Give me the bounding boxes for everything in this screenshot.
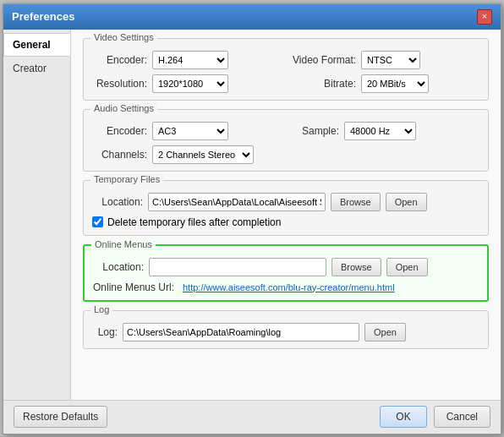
log-label: Log:: [92, 326, 118, 338]
log-input[interactable]: [123, 323, 359, 341]
audio-encoder-row: Encoder: AC3: [92, 122, 279, 140]
main-content: Video Settings Encoder: H.264 Resolution…: [71, 30, 501, 400]
restore-defaults-button[interactable]: Restore Defaults: [14, 406, 107, 428]
sample-select[interactable]: 48000 Hz: [344, 122, 416, 140]
temp-location-input[interactable]: [148, 193, 326, 211]
encoder-label: Encoder:: [92, 54, 147, 66]
temp-location-label: Location:: [92, 196, 143, 208]
channels-select[interactable]: 2 Channels Stereo: [152, 145, 254, 164]
video-settings-section: Video Settings Encoder: H.264 Resolution…: [83, 38, 489, 101]
temp-browse-button[interactable]: Browse: [331, 193, 381, 211]
online-location-label: Location:: [93, 261, 144, 273]
video-settings-title: Video Settings: [90, 32, 157, 42]
channels-row: Channels: 2 Channels Stereo: [92, 145, 279, 164]
audio-encoder-select[interactable]: AC3: [152, 122, 228, 140]
resolution-select[interactable]: 1920*1080: [152, 74, 228, 93]
delete-checkbox-row: Delete temporary files after completion: [92, 216, 479, 228]
audio-encoder-label: Encoder:: [92, 125, 147, 137]
bitrate-label: Bitrate:: [293, 78, 356, 90]
dialog-body: General Creator Video Settings Encoder: …: [3, 30, 501, 400]
audio-settings-left: Encoder: AC3 Channels: 2 Channels Stereo: [92, 122, 279, 164]
video-format-select[interactable]: NTSC: [361, 51, 420, 69]
online-open-button[interactable]: Open: [386, 258, 428, 276]
delete-checkbox[interactable]: [92, 216, 103, 227]
resolution-row: Resolution: 1920*1080: [92, 74, 279, 93]
online-menus-title: Online Menus: [91, 239, 156, 249]
audio-settings-right: Sample: 48000 Hz: [293, 122, 479, 164]
audio-settings-title: Audio Settings: [90, 103, 157, 113]
video-format-row: Video Format: NTSC: [293, 51, 479, 69]
dialog-title: Preferences: [12, 10, 74, 23]
online-url-link[interactable]: http://www.aiseesoft.com/blu-ray-creator…: [183, 282, 395, 292]
close-button[interactable]: ×: [477, 9, 492, 25]
log-title: Log: [90, 304, 112, 314]
online-browse-button[interactable]: Browse: [331, 258, 381, 276]
sample-label: Sample:: [293, 125, 339, 137]
temp-open-button[interactable]: Open: [386, 193, 427, 211]
audio-settings-section: Audio Settings Encoder: AC3 Channels:: [83, 109, 489, 172]
delete-checkbox-label: Delete temporary files after completion: [107, 216, 281, 228]
sidebar-item-creator[interactable]: Creator: [3, 57, 70, 80]
resolution-label: Resolution:: [92, 78, 147, 90]
temp-files-section: Temporary Files Location: Browse Open De…: [83, 180, 489, 236]
video-settings-right: Video Format: NTSC Bitrate: 20 MBit/s: [293, 51, 479, 93]
online-location-input[interactable]: [149, 258, 326, 276]
dialog-footer: Restore Defaults OK Cancel: [3, 400, 501, 434]
temp-files-title: Temporary Files: [90, 174, 163, 184]
bitrate-row: Bitrate: 20 MBit/s: [293, 74, 479, 93]
channels-label: Channels:: [92, 149, 147, 161]
sidebar-item-general[interactable]: General: [3, 33, 70, 57]
online-menus-section: Online Menus Location: Browse Open Onlin…: [83, 244, 489, 302]
bitrate-select[interactable]: 20 MBit/s: [361, 74, 429, 93]
footer-right: OK Cancel: [380, 406, 490, 428]
online-url-label: Online Menus Url:: [93, 281, 178, 293]
log-section: Log Log: Open: [83, 310, 489, 349]
log-open-button[interactable]: Open: [364, 323, 406, 341]
title-bar: Preferences ×: [3, 4, 501, 30]
sidebar: General Creator: [3, 30, 71, 400]
encoder-row: Encoder: H.264: [92, 51, 279, 69]
encoder-select[interactable]: H.264: [152, 51, 228, 69]
ok-button[interactable]: OK: [380, 406, 426, 428]
preferences-dialog: Preferences × General Creator Video Sett…: [3, 3, 501, 434]
sample-row: Sample: 48000 Hz: [293, 122, 479, 140]
online-url-row: Online Menus Url: http://www.aiseesoft.c…: [93, 281, 479, 293]
log-row: Log: Open: [92, 323, 479, 341]
video-format-label: Video Format:: [293, 54, 356, 66]
online-location-row: Location: Browse Open: [93, 258, 479, 276]
temp-location-row: Location: Browse Open: [92, 193, 479, 211]
video-settings-left: Encoder: H.264 Resolution: 1920*1080: [92, 51, 279, 93]
cancel-button[interactable]: Cancel: [434, 406, 490, 428]
